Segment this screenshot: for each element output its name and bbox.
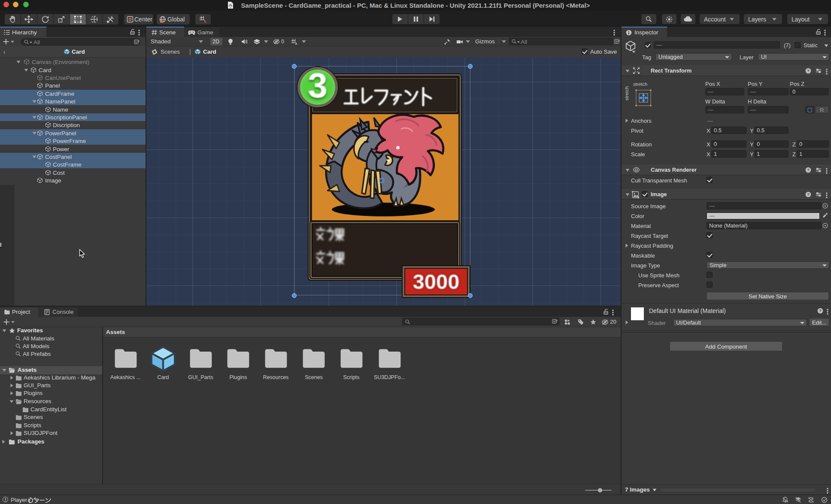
svg-text:?: ? xyxy=(807,192,810,197)
svg-text:?: ? xyxy=(819,308,822,313)
svg-text:?: ? xyxy=(807,167,810,172)
svg-text:?: ? xyxy=(807,68,810,73)
